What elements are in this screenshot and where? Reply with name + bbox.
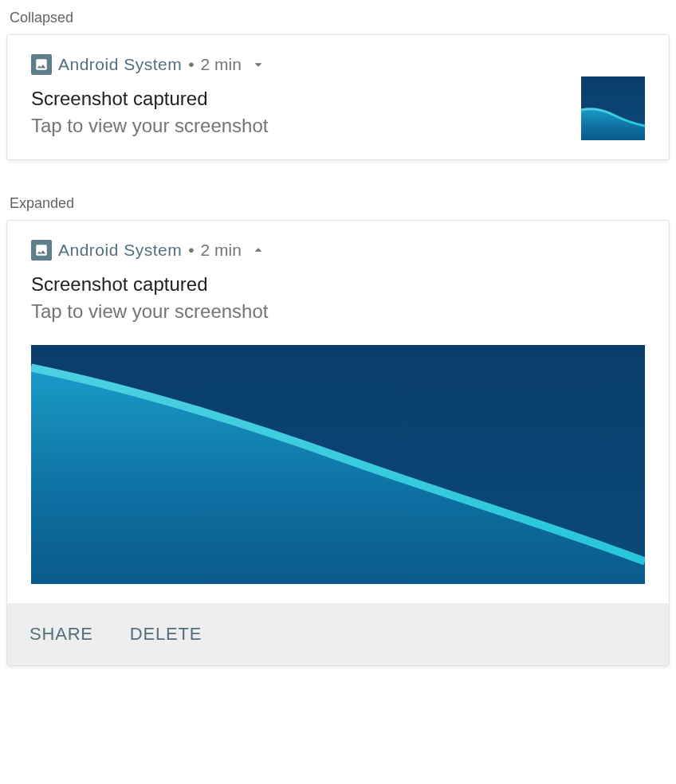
notification-title: Screenshot captured: [31, 88, 565, 110]
expanded-section-label: Expanded: [6, 195, 670, 212]
action-bar: SHARE DELETE: [7, 603, 669, 665]
chevron-up-icon[interactable]: [250, 241, 267, 259]
share-button[interactable]: SHARE: [29, 624, 93, 645]
notification-title: Screenshot captured: [31, 273, 645, 296]
chevron-down-icon[interactable]: [250, 56, 267, 73]
delete-button[interactable]: DELETE: [130, 624, 202, 645]
notification-subtitle: Tap to view your screenshot: [31, 300, 645, 323]
collapsed-section-label: Collapsed: [6, 10, 670, 26]
separator-dot: •: [188, 241, 194, 260]
app-name-label: Android System: [58, 55, 182, 74]
timestamp-label: 2 min: [201, 55, 242, 74]
screenshot-thumbnail: [581, 76, 645, 140]
notification-card-expanded[interactable]: Android System • 2 min Screenshot captur…: [6, 220, 670, 666]
timestamp-label: 2 min: [201, 241, 242, 260]
notification-header: Android System • 2 min: [31, 240, 645, 261]
screenshot-big-picture: [31, 345, 645, 584]
app-name-label: Android System: [58, 241, 182, 260]
separator-dot: •: [188, 55, 194, 74]
notification-header: Android System • 2 min: [31, 54, 645, 75]
notification-subtitle: Tap to view your screenshot: [31, 115, 565, 137]
image-icon: [31, 54, 52, 75]
image-icon: [31, 240, 52, 261]
notification-card-collapsed[interactable]: Android System • 2 min Screenshot captur…: [6, 34, 670, 160]
